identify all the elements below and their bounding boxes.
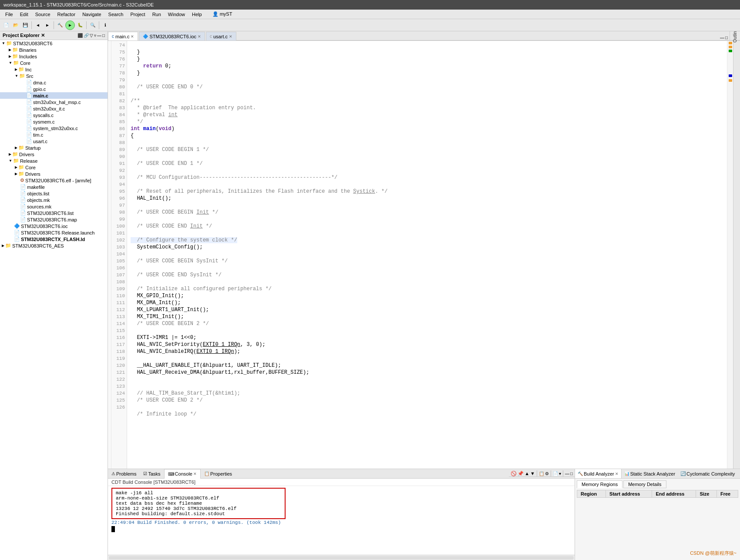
ba-close-icon[interactable]: ✕ xyxy=(615,472,619,476)
console-minimize-icon[interactable]: — xyxy=(565,471,569,476)
tree-objects-mk[interactable]: 📄 objects.mk xyxy=(0,197,108,203)
console-cursor[interactable] xyxy=(111,526,115,532)
tree-flash-ld[interactable]: 📄 STM32U083RCTX_FLASH.ld xyxy=(0,236,108,242)
menu-refactor[interactable]: Refactor xyxy=(54,11,79,18)
tree-release-drivers[interactable]: ▶ 📁 Drivers xyxy=(0,171,108,177)
tree-drivers[interactable]: ▶ 📁 Drivers xyxy=(0,151,108,158)
menu-run[interactable]: Run xyxy=(149,11,165,18)
menu-navigate[interactable]: Navigate xyxy=(79,11,104,18)
tree-elf[interactable]: ⚙ STM32U083RCT6.elf - [arm/le] xyxy=(0,177,108,184)
tree-binaries[interactable]: ▶ 📁 Binaries xyxy=(0,47,108,53)
menu-window[interactable]: Window xyxy=(165,11,188,18)
tree-stm-list[interactable]: 📄 STM32U083RCT6.list xyxy=(0,210,108,216)
tab-close-icon[interactable]: ✕ xyxy=(229,34,232,39)
tree-core[interactable]: ▼ 📁 Core xyxy=(0,60,108,66)
tree-system[interactable]: 📄 system_stm32u0xx.c xyxy=(0,125,108,131)
open-button[interactable]: 📂 xyxy=(11,21,20,30)
view-menu-icon[interactable]: ▿ xyxy=(94,33,96,38)
menu-source[interactable]: Source xyxy=(32,11,54,18)
tree-dma[interactable]: 📄 dma.c xyxy=(0,79,108,86)
build-icon: 🔨 xyxy=(578,471,583,476)
tab-main-c[interactable]: c main.c ✕ xyxy=(108,32,138,40)
console-clear-icon[interactable]: 🚫 xyxy=(511,471,517,476)
console-copy-icon[interactable]: 📋 xyxy=(539,471,544,476)
console-options-icon[interactable]: ⚙ xyxy=(545,471,549,476)
tree-hal-msp[interactable]: 📄 stm32u0xx_hal_msp.c xyxy=(0,99,108,105)
tab-build-analyzer[interactable]: 🔨 Build Analyzer ✕ xyxy=(575,469,622,479)
tab-close-icon[interactable]: ✕ xyxy=(198,34,201,39)
tree-aes-project[interactable]: ▶ 📁 STM32U083RCT6_AES xyxy=(0,242,108,249)
new-button[interactable]: 📄 xyxy=(2,21,10,30)
tree-includes[interactable]: ▶ 📁 Includes xyxy=(0,53,108,60)
tab-ioc[interactable]: 🔷 STM32U083RCT6.ioc ✕ xyxy=(139,32,205,40)
tree-gpio[interactable]: 📄 gpio.c xyxy=(0,86,108,92)
editor-minimize-icon[interactable]: — xyxy=(720,35,724,40)
tree-release-core[interactable]: ▶ 📁 Core xyxy=(0,164,108,171)
code-line-81: /** xyxy=(131,98,140,104)
tab-label: Tasks xyxy=(148,471,160,476)
code-line-86: { xyxy=(131,133,134,139)
tree-release[interactable]: ▼ 📁 Release xyxy=(0,158,108,164)
tree-syscalls[interactable]: 📄 syscalls.c xyxy=(0,112,108,118)
tree-ioc[interactable]: 🔷 STM32U083RCT6.ioc xyxy=(0,223,108,229)
menu-edit[interactable]: Edit xyxy=(17,11,32,18)
forward-button[interactable]: ▶ xyxy=(43,21,52,30)
console-new-icon[interactable]: 📄 xyxy=(553,471,558,476)
save-button[interactable]: 💾 xyxy=(21,21,30,30)
menu-help[interactable]: Help xyxy=(188,11,205,18)
tree-startup[interactable]: ▶ 📁 Startup xyxy=(0,144,108,151)
console-down-icon[interactable]: ▼ xyxy=(530,471,535,476)
tree-sources-mk[interactable]: 📄 sources.mk xyxy=(0,203,108,210)
console-maximize-icon[interactable]: □ xyxy=(570,471,573,476)
toolbar-sep-4 xyxy=(99,21,99,29)
collapse-all-icon[interactable]: ⬛ xyxy=(77,33,83,38)
console-scroll-lock-icon[interactable]: 📌 xyxy=(518,471,524,476)
menu-search[interactable]: Search xyxy=(105,11,127,18)
tree-inc[interactable]: ▶ 📁 Inc xyxy=(0,66,108,73)
console-scrollbar[interactable] xyxy=(108,555,575,560)
tab-static-stack[interactable]: 📊 Static Stack Analyzer xyxy=(622,469,678,479)
tree-sysmem[interactable]: 📄 sysmem.c xyxy=(0,118,108,125)
build-button[interactable]: 🔨 xyxy=(56,21,64,30)
tab-memory-regions[interactable]: Memory Regions xyxy=(577,480,622,488)
back-button[interactable]: ◀ xyxy=(34,21,42,30)
tree-src[interactable]: ▼ 📁 Src xyxy=(0,73,108,79)
editor-maximize-icon[interactable]: □ xyxy=(725,35,728,40)
tree-tim[interactable]: 📄 tim.c xyxy=(0,131,108,138)
minimize-icon[interactable]: — xyxy=(97,33,101,38)
tree-it[interactable]: 📄 stm32u0xx_it.c xyxy=(0,105,108,112)
console-up-icon[interactable]: ▲ xyxy=(525,471,529,476)
maximize-icon[interactable]: □ xyxy=(102,33,105,38)
link-editor-icon[interactable]: 🔗 xyxy=(84,33,89,38)
tree-stm-map[interactable]: 📄 STM32U083RCT6.map xyxy=(0,216,108,223)
tab-properties[interactable]: 📋 Properties xyxy=(201,469,235,479)
filter-icon[interactable]: ▽ xyxy=(90,33,93,38)
tree-main[interactable]: 📄 main.c xyxy=(0,92,108,99)
tab-tasks[interactable]: ☑ Tasks xyxy=(140,469,164,479)
console-display-icon[interactable]: ▾ xyxy=(559,471,561,476)
tab-close-icon[interactable]: ✕ xyxy=(131,34,134,39)
code-line-120: HAL_UART_Receive_DMA(&hlpuart1,rxl_buffe… xyxy=(131,369,309,376)
tab-console[interactable]: ⌨ Console ✕ xyxy=(164,469,201,479)
tree-launch[interactable]: 📄 STM32U083RCT6 Release.launch xyxy=(0,229,108,236)
code-line-79: /* USER CODE END 0 */ xyxy=(131,84,203,90)
tab-usart[interactable]: c usart.c ✕ xyxy=(206,32,236,40)
console-close-icon[interactable]: ✕ xyxy=(193,472,197,476)
tree-objects-list[interactable]: 📄 objects.list xyxy=(0,190,108,197)
tab-problems[interactable]: ⚠ Problems xyxy=(108,469,140,479)
tab-cyclomatic[interactable]: 🔄 Cyclomatic Complexity xyxy=(678,469,737,479)
build-line-2: arm-none-eabi-size STM32U083RCT6.elf xyxy=(116,496,281,501)
menu-myst[interactable]: 👤 myST xyxy=(209,10,236,18)
tab-memory-details[interactable]: Memory Details xyxy=(623,480,666,488)
menu-project[interactable]: Project xyxy=(127,11,148,18)
run-button[interactable]: ▶ xyxy=(65,20,75,30)
tree-makefile[interactable]: 📄 makefile xyxy=(0,184,108,190)
debug-button[interactable]: 🐛 xyxy=(76,21,84,30)
info-button[interactable]: ℹ xyxy=(101,21,110,30)
menu-file[interactable]: File xyxy=(2,11,17,18)
toolbar-sep-2 xyxy=(54,21,54,29)
tree-usart[interactable]: 📄 usart.c xyxy=(0,138,108,144)
code-editor[interactable]: } } return 0; } /* USER CODE END 0 */ /*… xyxy=(127,41,727,469)
search-button[interactable]: 🔍 xyxy=(88,21,97,30)
tree-project-stm32[interactable]: ▼ 📁 STM32U083RCT6 xyxy=(0,40,108,47)
